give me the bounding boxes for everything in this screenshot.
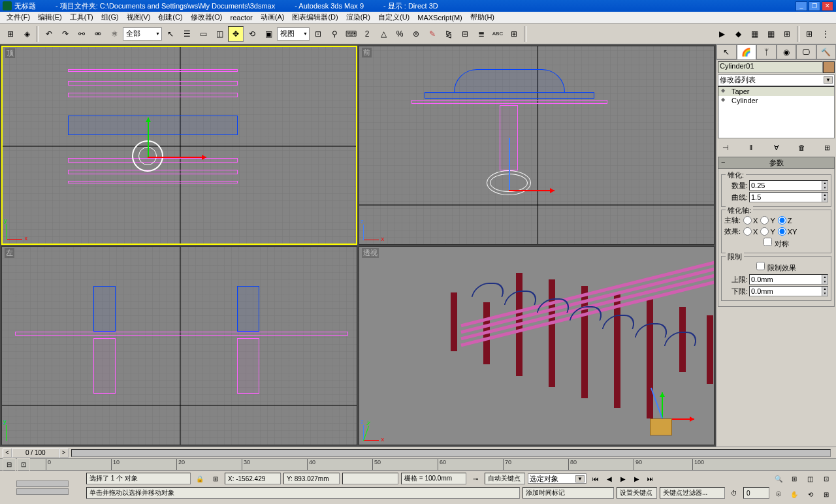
- render-preset-icon[interactable]: ⊞: [779, 26, 795, 42]
- lock-selection-icon[interactable]: 🔒: [193, 472, 206, 485]
- viewport-front[interactable]: 前: [359, 46, 715, 245]
- link-icon[interactable]: ⚯: [74, 26, 89, 42]
- absolute-mode-icon[interactable]: ⊞: [209, 472, 222, 485]
- params-rollout-header[interactable]: 参数: [718, 157, 835, 169]
- time-next-button[interactable]: >: [59, 449, 69, 458]
- time-slider[interactable]: < 0 / 100 >: [0, 447, 836, 458]
- make-unique-icon[interactable]: ∀: [769, 141, 784, 154]
- menu-customize[interactable]: 自定义(U): [374, 12, 413, 22]
- configure-sets-icon[interactable]: ⊞: [819, 141, 835, 154]
- maximize-button[interactable]: ❐: [809, 1, 820, 11]
- upper-limit-spinner[interactable]: ▲▼: [749, 274, 828, 285]
- primary-x-radio[interactable]: X: [743, 216, 758, 225]
- layer-manager-icon[interactable]: ≣: [474, 26, 489, 42]
- field-of-view-icon[interactable]: ⦾: [772, 488, 785, 501]
- unlink-icon[interactable]: ⚮: [90, 26, 106, 42]
- snap-2d-icon[interactable]: 2: [359, 26, 375, 42]
- rotate-icon[interactable]: ⟲: [244, 26, 260, 42]
- effect-y-radio[interactable]: Y: [760, 227, 775, 236]
- modifier-item-cylinder[interactable]: Cylinder: [718, 96, 834, 105]
- utilities-tab-icon[interactable]: 🔨: [816, 44, 837, 59]
- maximize-viewport-icon[interactable]: ⊞: [820, 488, 833, 501]
- named-sel-sets-icon[interactable]: ✎: [425, 26, 440, 42]
- trackbar-config-icon[interactable]: ⊟: [3, 458, 16, 471]
- undo-icon[interactable]: ↶: [41, 26, 57, 42]
- time-slider-handle[interactable]: 0 / 100: [12, 449, 59, 458]
- menu-render[interactable]: 渲染(R): [342, 12, 374, 22]
- menu-reactor[interactable]: reactor: [227, 14, 257, 22]
- key-filters-button[interactable]: 关键点过滤器...: [660, 487, 725, 499]
- percent-snap-icon[interactable]: %: [392, 26, 408, 42]
- window-crossing-icon[interactable]: ◫: [212, 26, 227, 42]
- more-icon[interactable]: ⋮: [818, 26, 833, 42]
- close-button[interactable]: ✕: [822, 1, 833, 11]
- arc-rotate-icon[interactable]: ⟲: [804, 488, 817, 501]
- modifier-stack[interactable]: Taper Cylinder: [718, 86, 835, 138]
- select-manipulate-icon[interactable]: ⚲: [327, 26, 342, 42]
- current-frame-field[interactable]: 0: [743, 487, 769, 499]
- scale-icon[interactable]: ▣: [261, 26, 276, 42]
- layers-icon[interactable]: ◈: [19, 26, 35, 42]
- grid-icon[interactable]: ⊞: [801, 26, 817, 42]
- menu-tools[interactable]: 工具(T): [66, 12, 97, 22]
- move-icon[interactable]: ✥: [228, 26, 244, 42]
- mirror-icon[interactable]: ⧎: [441, 26, 457, 42]
- zoom-extents-icon[interactable]: ◫: [804, 472, 817, 485]
- effect-xy-radio[interactable]: XY: [778, 227, 797, 236]
- zoom-all-icon[interactable]: ⊞: [788, 472, 801, 485]
- redo-icon[interactable]: ↷: [57, 26, 73, 42]
- coord-y-field[interactable]: Y: 893.027mm: [283, 473, 340, 484]
- time-prev-button[interactable]: <: [3, 449, 12, 458]
- remove-modifier-icon[interactable]: 🗑: [794, 141, 809, 154]
- trackbar-keys-icon[interactable]: ⊡: [17, 458, 30, 471]
- primary-z-radio[interactable]: Z: [778, 216, 792, 225]
- time-config-icon[interactable]: ⏱: [728, 486, 741, 499]
- minimize-button[interactable]: _: [796, 1, 807, 11]
- render-scene-icon[interactable]: ◆: [730, 26, 746, 42]
- select-region-icon[interactable]: ▭: [195, 26, 211, 42]
- menu-graph-editors[interactable]: 图表编辑器(D): [288, 12, 342, 22]
- select-icon[interactable]: ↖: [163, 26, 178, 42]
- hierarchy-tab-icon[interactable]: ᛘ: [756, 44, 777, 59]
- schematic-view-icon[interactable]: ⊞: [3, 26, 18, 42]
- viewport-top[interactable]: 顶: [1, 46, 357, 245]
- selection-filter-dropdown[interactable]: 全部: [123, 27, 162, 40]
- curve-editor-icon[interactable]: ABC: [490, 26, 506, 42]
- create-tab-icon[interactable]: ↖: [716, 44, 737, 59]
- quick-render-icon[interactable]: ▦: [747, 26, 762, 42]
- menu-animation[interactable]: 动画(A): [257, 12, 289, 22]
- mini-listener-top[interactable]: [16, 480, 69, 487]
- schematic-icon[interactable]: ⊞: [506, 26, 522, 42]
- viewport-perspective[interactable]: 透视: [359, 246, 715, 445]
- effect-x-radio[interactable]: X: [743, 227, 758, 236]
- spinner-snap-icon[interactable]: ⊚: [408, 26, 424, 42]
- limit-effect-checkbox[interactable]: 限制效果: [756, 262, 796, 273]
- object-name-field[interactable]: Cylinder01: [718, 61, 823, 73]
- align-icon[interactable]: ⊟: [457, 26, 473, 42]
- symmetry-checkbox[interactable]: 对称: [764, 238, 788, 249]
- coord-z-field[interactable]: [342, 473, 398, 484]
- menu-edit[interactable]: 编辑(E): [34, 12, 66, 22]
- bind-spacewarp-icon[interactable]: ⚛: [106, 26, 122, 42]
- pin-stack-icon[interactable]: ⊣: [718, 141, 733, 154]
- goto-start-icon[interactable]: ⏮: [589, 472, 602, 485]
- key-selection-dropdown[interactable]: 选定对象: [528, 473, 587, 484]
- menu-group[interactable]: 组(G): [97, 12, 123, 22]
- play-icon[interactable]: ▶: [617, 472, 630, 485]
- curve-spinner[interactable]: ▲▼: [749, 192, 828, 202]
- material-editor-icon[interactable]: ▶: [714, 26, 730, 42]
- zoom-extents-all-icon[interactable]: ⊡: [820, 472, 833, 485]
- object-color-swatch[interactable]: [823, 61, 835, 73]
- render-last-icon[interactable]: ▦: [763, 26, 779, 42]
- goto-end-icon[interactable]: ⏭: [644, 472, 657, 485]
- pan-icon[interactable]: ✋: [788, 488, 801, 501]
- pivot-center-icon[interactable]: ⊡: [310, 26, 326, 42]
- next-frame-icon[interactable]: ▶: [630, 472, 643, 485]
- menu-modifiers[interactable]: 修改器(O): [187, 12, 227, 22]
- zoom-icon[interactable]: 🔍: [772, 472, 785, 485]
- auto-key-button[interactable]: 自动关键点: [485, 473, 525, 484]
- show-end-result-icon[interactable]: Ⅱ: [743, 141, 759, 154]
- menu-views[interactable]: 视图(V): [123, 12, 155, 22]
- modifier-item-taper[interactable]: Taper: [718, 87, 834, 96]
- menu-maxscript[interactable]: MAXScript(M): [413, 14, 466, 22]
